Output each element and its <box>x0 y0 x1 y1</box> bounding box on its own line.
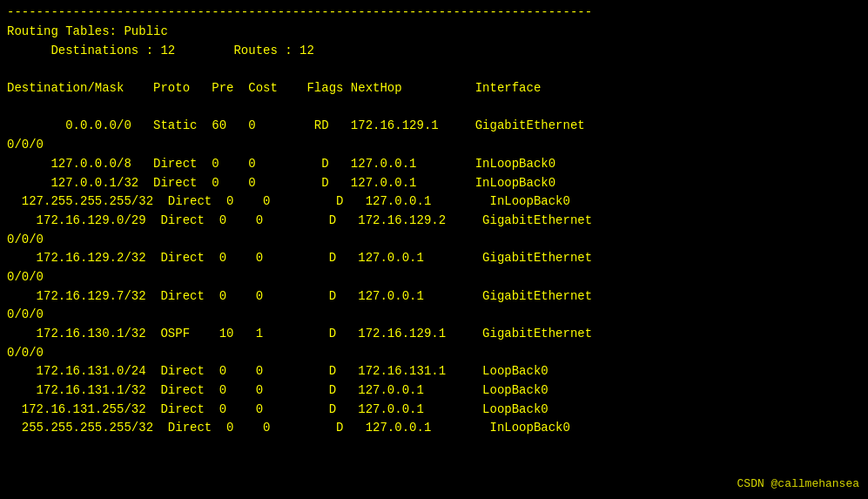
table-row: 127.0.0.1/32 Direct 0 0 D 127.0.0.1 InLo… <box>7 174 861 193</box>
table-row: 127.0.0.0/8 Direct 0 0 D 127.0.0.1 InLoo… <box>7 155 861 174</box>
table-row: 172.16.129.7/32 Direct 0 0 D 127.0.0.1 G… <box>7 287 861 307</box>
table-row: 172.16.131.1/32 Direct 0 0 D 127.0.0.1 L… <box>7 381 861 401</box>
table-row-cont: 0/0/0 <box>7 231 861 250</box>
table-row: 0.0.0.0/0 Static 60 0 RD 172.16.129.1 Gi… <box>7 117 861 136</box>
top-border: ----------------------------------------… <box>7 5 861 19</box>
table-row: 172.16.129.0/29 Direct 0 0 D 172.16.129.… <box>7 212 861 231</box>
table-row-cont: 0/0/0 <box>7 268 861 287</box>
routing-tables-header: Routing Tables: Public <box>7 23 861 42</box>
table-row: 172.16.130.1/32 OSPF 10 1 D 172.16.129.1… <box>7 325 861 344</box>
table-row: 172.16.129.2/32 Direct 0 0 D 127.0.0.1 G… <box>7 249 861 268</box>
table-row-cont: 0/0/0 <box>7 306 861 325</box>
table-row: 127.255.255.255/32 Direct 0 0 D 127.0.0.… <box>7 192 861 212</box>
table-row: 172.16.131.0/24 Direct 0 0 D 172.16.131.… <box>7 362 861 381</box>
terminal-window: ----------------------------------------… <box>0 0 868 499</box>
watermark: CSDN @callmehansea <box>737 477 859 490</box>
table-row: 255.255.255.255/32 Direct 0 0 D 127.0.0.… <box>7 419 861 438</box>
column-headers: Destination/Mask Proto Pre Cost Flags Ne… <box>7 79 861 98</box>
table-row-cont: 0/0/0 <box>7 136 861 155</box>
empty-line-2 <box>7 98 861 118</box>
destinations-routes: Destinations : 12 Routes : 12 <box>7 42 861 61</box>
table-row-cont: 0/0/0 <box>7 344 861 363</box>
empty-line-1 <box>7 60 861 79</box>
table-row: 172.16.131.255/32 Direct 0 0 D 127.0.0.1… <box>7 401 861 420</box>
